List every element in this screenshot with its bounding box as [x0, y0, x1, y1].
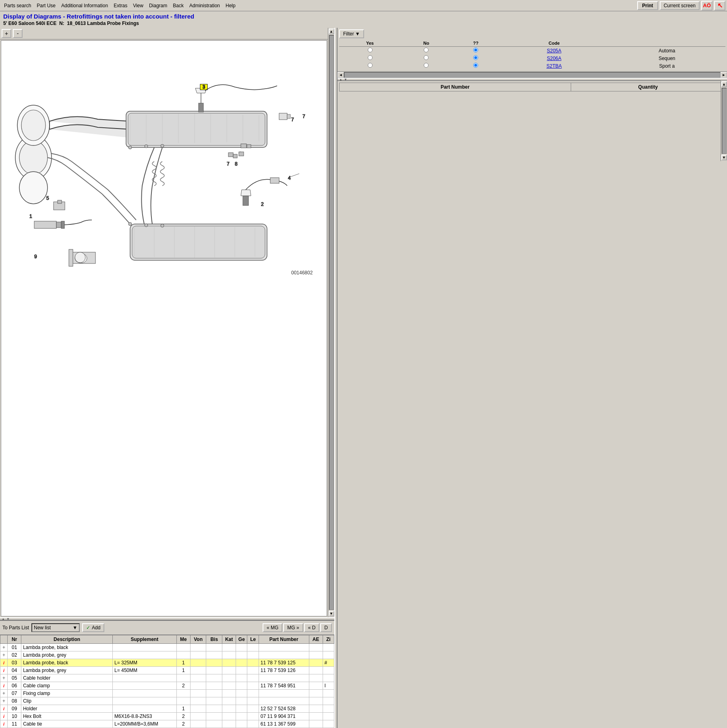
filter-no-2[interactable]	[401, 62, 452, 70]
menu-administration[interactable]: Administration	[187, 2, 222, 9]
table-row[interactable]: i 04 Lambda probe, grey L= 450MM 1 11 78…	[0, 667, 334, 674]
svg-text:9: 9	[34, 254, 37, 259]
mg-prev-button[interactable]: « MG	[263, 623, 282, 632]
right-parts-table-area: Part Number Quantity	[339, 83, 725, 91]
filter-area: Filter ▼ Yes No ?? Code	[338, 28, 727, 71]
filter-qq-1[interactable]	[452, 54, 500, 62]
row-ge-2	[236, 659, 247, 667]
table-row[interactable]: i 11 Cable tie L=200MM/B=3,6MM 2 61 13 1…	[0, 720, 334, 728]
filter-yes-1[interactable]	[339, 54, 401, 62]
ao-icon[interactable]: AÖ	[701, 1, 713, 10]
parts-list-toolbar: To Parts List New list ▼ ✓ Add « MG MG »…	[0, 620, 334, 635]
d-prev-button[interactable]: « D	[304, 623, 320, 632]
svg-point-61	[145, 145, 148, 148]
table-row[interactable]: i 10 Hex Bolt M6X16-8.8-ZNS3 2 07 11 9 9…	[0, 713, 334, 720]
menu-back[interactable]: Back	[170, 2, 186, 9]
right-parts-tbody	[340, 91, 725, 92]
row-icon-1: +	[0, 651, 8, 659]
col-von: Von	[190, 635, 206, 644]
current-screen-button[interactable]: Current screen	[660, 1, 700, 10]
col-part-number: Part Number	[259, 635, 309, 644]
row-ge-8	[236, 705, 247, 713]
row-nr-7: 08	[8, 697, 21, 705]
filter-no-0[interactable]	[401, 47, 452, 55]
table-row[interactable]: i 09 Holder 1 12 52 7 524 528	[0, 705, 334, 713]
row-icon-8: i	[0, 705, 8, 713]
table-row[interactable]: i 06 Cable clamp 2 11 78 7 548 951 I	[0, 682, 334, 690]
menu-view[interactable]: View	[130, 2, 146, 9]
filter-code-1[interactable]: S206A	[500, 54, 609, 62]
svg-rect-45	[233, 154, 237, 158]
row-von-2	[190, 659, 206, 667]
row-supplement-8	[112, 705, 176, 713]
col-ae: AE	[309, 635, 323, 644]
col-nr: Nr	[8, 635, 21, 644]
right-scroll-up[interactable]: ▲	[721, 81, 727, 87]
new-list-dropdown[interactable]: New list ▼	[31, 623, 80, 632]
menu-extras[interactable]: Extras	[111, 2, 130, 9]
filter-button[interactable]: Filter ▼	[339, 29, 364, 38]
row-kat-8	[222, 705, 236, 713]
row-nr-2: 03	[8, 659, 21, 667]
row-von-10	[190, 720, 206, 728]
row-von-5	[190, 682, 206, 690]
filter-yes-0[interactable]	[339, 47, 401, 55]
row-le-3	[247, 667, 259, 674]
table-row[interactable]: + 07 Fixing clamp	[0, 690, 334, 697]
diagram-toolbar: + -	[0, 28, 328, 39]
row-kat-10	[222, 720, 236, 728]
menu-part-use[interactable]: Part Use	[34, 2, 58, 9]
right-scroll-down[interactable]: ▼	[721, 155, 727, 160]
table-row	[340, 91, 725, 92]
filter-col-desc	[609, 40, 725, 47]
horizontal-splitter[interactable]: ▲ ▼	[0, 617, 334, 620]
filter-qq-0[interactable]	[452, 47, 500, 55]
row-supplement-5	[112, 682, 176, 690]
row-icon-2: i	[0, 659, 8, 667]
right-splitter[interactable]: ▲ ▼	[338, 78, 727, 81]
zoom-out-button[interactable]: -	[13, 29, 23, 38]
row-ae-7	[309, 697, 323, 705]
row-bis-6	[206, 690, 222, 697]
filter-code-2[interactable]: S2TBA	[500, 62, 609, 70]
table-row[interactable]: + 02 Lambda probe, grey	[0, 651, 334, 659]
scroll-up-button[interactable]: ▲	[329, 29, 334, 34]
col-kat: Kat	[222, 635, 236, 644]
row-ge-3	[236, 667, 247, 674]
vertical-splitter[interactable]	[334, 28, 338, 728]
nav-buttons: « MG MG » « D D	[263, 623, 332, 632]
row-nr-0: 01	[8, 644, 21, 651]
menu-diagram[interactable]: Diagram	[147, 2, 170, 9]
row-zi-7	[323, 697, 334, 705]
svg-rect-23	[287, 114, 290, 118]
svg-text:4: 4	[288, 175, 291, 181]
row-part-number-5: 11 78 7 548 951	[259, 682, 309, 690]
scroll-down-button[interactable]: ▼	[329, 611, 334, 616]
row-zi-3	[323, 667, 334, 674]
filter-code-0[interactable]: S205A	[500, 47, 609, 55]
row-icon-7: +	[0, 697, 8, 705]
svg-rect-34	[243, 196, 249, 205]
table-row[interactable]: + 08 Clip	[0, 697, 334, 705]
d-next-button[interactable]: D	[320, 623, 332, 632]
hscroll-right[interactable]: ►	[721, 72, 727, 78]
table-row[interactable]: + 01 Lambda probe, black	[0, 644, 334, 651]
filter-qq-2[interactable]	[452, 62, 500, 70]
add-button[interactable]: ✓ Add	[82, 623, 104, 632]
svg-rect-49	[56, 222, 61, 228]
table-row[interactable]: i 03 Lambda probe, black L= 325MM 1 11 7…	[0, 659, 334, 667]
print-button[interactable]: Print	[637, 1, 658, 10]
col-zi: Zi	[323, 635, 334, 644]
mg-next-button[interactable]: MG »	[283, 623, 303, 632]
hscroll-left[interactable]: ◄	[338, 72, 344, 78]
table-row[interactable]: + 05 Cable holder	[0, 674, 334, 682]
filter-yes-2[interactable]	[339, 62, 401, 70]
menu-parts-search[interactable]: Parts search	[2, 2, 33, 9]
filter-no-1[interactable]	[401, 54, 452, 62]
zoom-in-button[interactable]: +	[2, 29, 11, 38]
row-kat-1	[222, 651, 236, 659]
menu-additional-info[interactable]: Additional Information	[59, 2, 110, 9]
row-supplement-9: M6X16-8.8-ZNS3	[112, 713, 176, 720]
row-le-2	[247, 659, 259, 667]
menu-help[interactable]: Help	[223, 2, 238, 9]
